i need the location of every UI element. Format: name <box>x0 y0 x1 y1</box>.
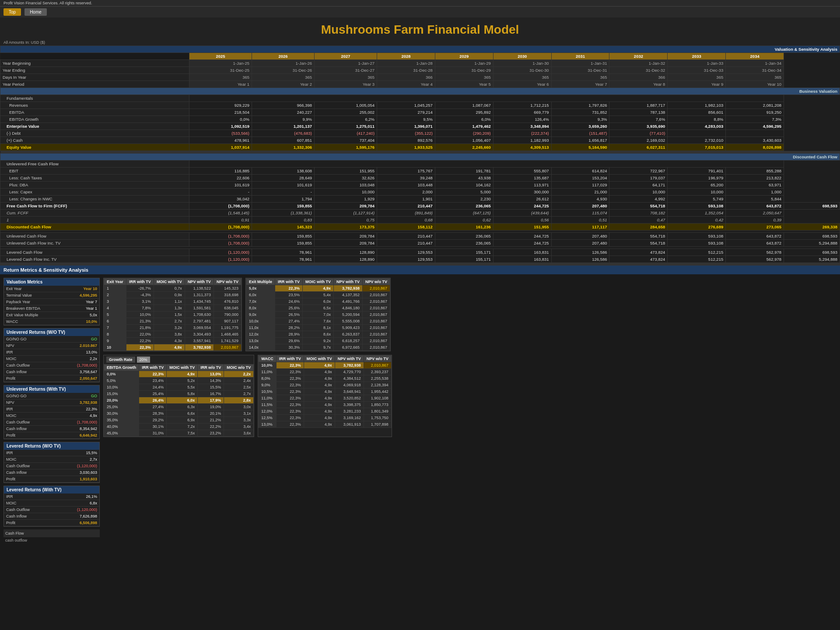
npv-label: NPV <box>4 343 55 349</box>
col-ebitda-growth: EBITDA Growth <box>104 364 139 371</box>
table-row: 15,0% 25,4% 5,8x 16,7% 2,7x <box>104 391 254 397</box>
nav-bar: Top Home <box>0 7 840 18</box>
year-header-2029: 2029 <box>435 53 493 60</box>
col-exit-mult: Exit Multiple <box>246 279 275 285</box>
year-beginning-2025: 1-Jan-25 <box>189 60 252 67</box>
days-2033: 365 <box>668 74 726 81</box>
go-no-go-label: GO/NO GO <box>4 336 55 343</box>
right-panel: Exit Year IRR with TV MOIC with TV NPV w… <box>103 278 836 543</box>
ebit-row: EBIT 116,885138,608151,955 175,767191,78… <box>0 168 840 175</box>
table-row: 10,5% 22,3% 4,9x 3,648,941 1,955,442 <box>259 388 392 395</box>
levered-wo-tv-box: Levered Returns (W/O TV) IRR15,5% MOIC2,… <box>4 442 100 483</box>
breakeven-ebitda-label: Breakeven EBITDA <box>4 305 65 312</box>
table-row: 1 -26,7% 0,7x 1,138,522 145,323 <box>104 285 242 292</box>
discount-factor-row: 1 0,910,830,75 0,680,620,56 0,510,470,42… <box>0 217 840 224</box>
lwv-inflow-label: Cash Inflow <box>4 513 55 520</box>
table-row: 25,0% 27,4% 6,3x 19,0% 3,0x <box>104 404 254 410</box>
col-em-irr-tv: IRR with TV <box>275 279 302 285</box>
col-em-npv-wo: NPV w/o TV <box>362 279 390 285</box>
npv-val: 2.010.867 <box>55 343 99 349</box>
levered-with-tv-header: Levered Returns (With TV) <box>4 486 99 494</box>
exit-value-multiple-val: 5,0x <box>65 312 99 318</box>
table-row: 10,0x 27,4% 7,6x 5,555,008 2,010,867 <box>246 318 390 325</box>
table-row: 9 22,2% 4,3x 3,557,941 1,741,529 <box>104 338 242 344</box>
col-exit-year: Exit Year <box>104 279 126 285</box>
table-row: 10,0% 22,3% 4,9x 3,782,938 2,010,867 <box>259 362 392 369</box>
year-header-2030: 2030 <box>493 53 551 60</box>
equity-value-row: Equity Value 1,037,9141,332,3061,595,176… <box>0 144 840 151</box>
table-row: 6 21,3% 2,7x 2,797,481 907,117 <box>104 318 242 325</box>
period-2026: Year 2 <box>252 81 315 88</box>
table-row: 0,0% 22,3% 4,9x 13,0% 2,2x <box>104 371 254 378</box>
col-w-npv-tv: NPV with TV <box>335 356 364 362</box>
table-row: 9,0% 22,3% 4,9x 4,069,918 2,128,394 <box>259 382 392 388</box>
table-row: 12,0% 22,3% 4,9x 3,281,233 1,801,349 <box>259 408 392 415</box>
logo-text: Profit Vision Financial Services. All ri… <box>4 1 92 5</box>
table-row: 30,0% 28,3% 6,6x 20,1% 3,1x <box>104 410 254 417</box>
days-2027: 365 <box>315 74 377 81</box>
days-2028: 366 <box>377 74 435 81</box>
table-row: 8 22,0% 3,8x 3,304,493 1,468,465 <box>104 331 242 338</box>
table-row: 14,0x 30,3% 9,7x 6,972,665 2,010,867 <box>246 344 390 351</box>
year-beginning-2031: 1-Jan-31 <box>551 60 609 67</box>
terminal-value-label: Terminal Value <box>4 292 65 299</box>
growth-rate-label: Growth Rate <box>106 357 135 363</box>
uwt-npv-label: NPV <box>4 399 55 406</box>
currency-note: All Amounts In: USD ($) <box>0 39 840 46</box>
lwv-outflow-val: (1,120,000) <box>55 507 99 513</box>
table-row: 6,0x 23,5% 5,4x 4,137,352 2,010,867 <box>246 292 390 298</box>
ebitda-sensitivity-wrap: Growth Rate 20% EBITDA Growth IRR with T… <box>103 355 254 437</box>
business-valuation-header: Business Valuation <box>0 88 840 95</box>
period-2030: Year 6 <box>493 81 551 88</box>
exit-year-val: Year 10 <box>65 286 99 292</box>
table-row: 35,0% 29,2% 6,9x 21,2% 3,3x <box>104 417 254 424</box>
table-row: 40,0% 30,1% 7,2x 22,2% 3,4x <box>104 424 254 430</box>
year-beginning-2028: 1-Jan-28 <box>377 60 435 67</box>
days-2025: 365 <box>189 74 252 81</box>
year-period-label: Year Period <box>0 81 189 88</box>
col-em-npv-tv: NPV with TV <box>333 279 362 285</box>
cash-inflow-label: Cash Inflow <box>4 369 55 375</box>
table-row: 10 22,3% 4,9x 3,782,938 2,010,867 <box>104 344 242 351</box>
lwv-profit-label: Profit <box>4 520 55 526</box>
dcf-header: Discounted Cash Flow <box>0 154 840 161</box>
cash-outflow-label: Cash Outflow <box>4 362 55 369</box>
year-beginning-label: Year Beginning <box>0 60 189 67</box>
lwt-moic-label: MOIC <box>4 456 55 463</box>
table-row: 12,0x 28,9% 8,6x 6,263,837 2,010,867 <box>246 331 390 338</box>
unlevered-wo-tv-box: Unlevered Returns (W/O TV) GO/NO GOGO NP… <box>4 328 100 382</box>
ebitda-growth-row: EBITDA Growth 0,0%9,9%6,2% 9,5%6,0%126,4… <box>0 116 840 123</box>
left-panel: Valuation Metrics Exit YearYear 10 Termi… <box>4 278 100 543</box>
cash-outflow-bottom-label: cash outflow <box>4 537 100 543</box>
period-2028: Year 4 <box>377 81 435 88</box>
year-header-2032: 2032 <box>609 53 668 60</box>
cum-fcff-row: Cum. FCFF (1,548,145)(1,338,361)(1,127,9… <box>0 210 840 217</box>
uwt-inflow-val: 8,354,942 <box>55 426 99 432</box>
col-wacc: WACC <box>259 356 276 362</box>
home-button[interactable]: Home <box>24 8 47 16</box>
top-button[interactable]: Top <box>4 8 21 16</box>
year-header-2033: 2033 <box>668 53 726 60</box>
table-row: 7 21,8% 3,2x 3,069,554 1,191,775 <box>104 325 242 331</box>
lwv-irr-val: 26,1% <box>55 494 99 500</box>
uwt-go-val: GO <box>55 393 99 399</box>
levered-with-tv-box: Levered Returns (With TV) IRR26,1% MOIC6… <box>4 486 100 527</box>
year-beginning-2027: 1-Jan-27 <box>315 60 377 67</box>
col-w-npv-wo: NPV w/o TV <box>364 356 391 362</box>
table-row: 10,0% 24,4% 5,5x 15,5% 2,5x <box>104 384 254 391</box>
breakeven-ebitda-val: Year 1 <box>65 305 99 312</box>
period-2034: Year 10 <box>726 81 784 88</box>
payback-year-label: Payback Year <box>4 299 65 305</box>
table-row: 8,0x 25,6% 6,5x 4,846,180 2,010,867 <box>246 305 390 312</box>
ebitda-row: EBITDA 218,504240,227255,002 279,214295,… <box>0 109 840 116</box>
unlevered-cf-tv-row: Unlevered Cash Flow Inc. TV (1,708,000) … <box>0 240 840 247</box>
year-ending-2034: 31-Dec-34 <box>726 67 784 74</box>
year-ending-2028: 31-Dec-28 <box>377 67 435 74</box>
fundamentals-label: Fundamentals <box>0 95 189 102</box>
payback-year-val: Year 7 <box>65 299 99 305</box>
debt-row: (-) Debt (533,566)(476,683)(417,240) (35… <box>0 130 840 137</box>
exit-year-table: Exit Year IRR with TV MOIC with TV NPV w… <box>104 278 242 351</box>
year-ending-2030: 31-Dec-30 <box>493 67 551 74</box>
enterprise-value-row: Enterprise Value 1,092,5191,201,1371,275… <box>0 123 840 130</box>
wacc-label: WACC <box>4 318 65 325</box>
